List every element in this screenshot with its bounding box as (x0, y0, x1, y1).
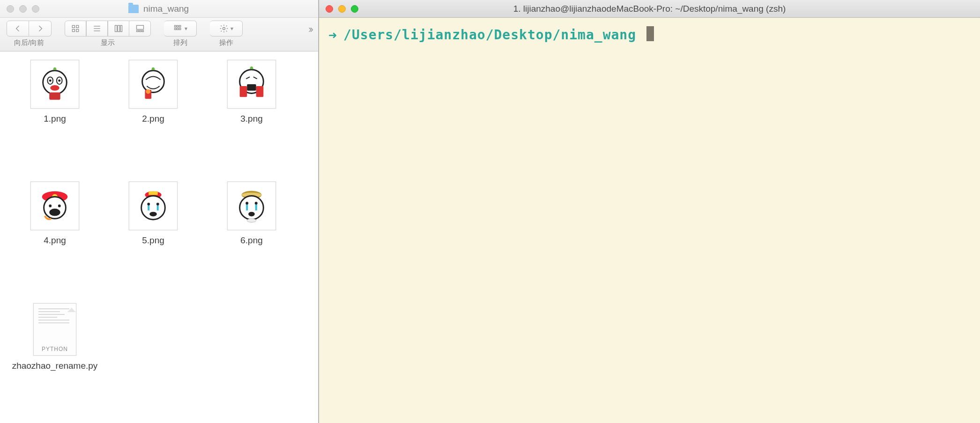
file-name: 2.png (142, 113, 164, 125)
finder-window: nima_wang 向后/向前 (0, 0, 319, 423)
svg-point-26 (50, 85, 59, 91)
image-thumbnail (227, 60, 276, 109)
svg-rect-11 (136, 30, 138, 32)
icon-view-button[interactable] (65, 21, 86, 36)
finder-titlebar: nima_wang (0, 0, 318, 18)
terminal-titlebar: 1. lijianzhao@lijianzhaodeMacBook-Pro: ~… (319, 0, 980, 18)
svg-rect-3 (76, 29, 79, 32)
image-thumbnail (129, 182, 178, 230)
terminal-traffic-lights (326, 5, 358, 13)
file-name: 5.png (142, 235, 164, 247)
column-view-button[interactable] (108, 21, 129, 36)
svg-point-58 (247, 219, 256, 222)
chevron-down-icon: ▾ (185, 25, 187, 32)
svg-point-49 (149, 212, 157, 217)
file-item[interactable]: 3.png (202, 60, 301, 182)
toolbar-overflow[interactable]: ›› (308, 21, 312, 36)
svg-point-45 (58, 204, 61, 207)
minimize-button[interactable] (338, 5, 346, 13)
svg-rect-1 (76, 25, 79, 28)
zoom-button[interactable] (32, 5, 39, 13)
image-thumbnail (30, 60, 79, 109)
svg-rect-28 (49, 93, 60, 100)
svg-point-56 (245, 202, 248, 204)
svg-rect-16 (179, 25, 180, 27)
text-cursor (646, 26, 654, 41)
gallery-view-button[interactable] (129, 21, 151, 36)
prompt-cwd: /Users/lijianzhao/Desktop/nima_wang (343, 26, 636, 44)
action-label: 操作 (219, 38, 233, 47)
view-label: 显示 (101, 38, 115, 47)
columns-icon (114, 24, 123, 33)
action-button[interactable]: ▾ (210, 21, 243, 36)
svg-point-27 (53, 67, 56, 70)
file-item[interactable]: 1.png (6, 60, 104, 182)
file-name: 4.png (44, 235, 66, 247)
svg-rect-39 (256, 86, 264, 97)
minimize-button[interactable] (19, 5, 27, 13)
image-thumbnail (129, 60, 178, 109)
svg-point-20 (223, 28, 225, 30)
terminal-body[interactable]: ➜ /Users/lijianzhao/Desktop/nima_wang (319, 18, 980, 54)
svg-point-43 (49, 209, 60, 216)
gear-icon (219, 24, 229, 33)
image-thumbnail (227, 182, 276, 230)
svg-rect-0 (72, 25, 74, 28)
arrange-group: ▾ 排列 (164, 21, 197, 47)
svg-point-55 (248, 212, 255, 217)
svg-point-21 (43, 71, 67, 95)
svg-rect-15 (177, 25, 178, 27)
terminal-window: 1. lijianzhao@lijianzhaodeMacBook-Pro: ~… (319, 0, 980, 423)
chevron-down-icon: ▾ (230, 25, 233, 32)
arrange-label: 排列 (173, 38, 187, 47)
file-item[interactable]: 6.png (202, 182, 301, 303)
svg-point-57 (255, 202, 258, 204)
svg-rect-14 (174, 25, 176, 27)
chevron-right-icon (36, 24, 45, 33)
svg-point-30 (152, 67, 155, 70)
svg-point-51 (156, 203, 159, 205)
svg-point-25 (58, 80, 60, 82)
svg-rect-8 (118, 25, 119, 31)
svg-rect-38 (240, 86, 247, 97)
folder-icon (128, 5, 139, 13)
file-item[interactable]: 2.png (104, 60, 202, 182)
svg-rect-18 (177, 28, 178, 29)
view-group: 显示 (65, 21, 151, 47)
terminal-window-title: 1. lijianzhao@lijianzhaodeMacBook-Pro: ~… (319, 4, 980, 14)
close-button[interactable] (7, 5, 14, 13)
svg-rect-34 (247, 84, 256, 91)
zoom-button[interactable] (351, 5, 358, 13)
arrange-button[interactable]: ▾ (164, 21, 197, 36)
finder-toolbar: 向后/向前 (0, 18, 318, 51)
svg-rect-17 (174, 28, 176, 29)
prompt-arrow-icon: ➜ (328, 26, 337, 45)
svg-point-44 (49, 204, 52, 207)
svg-rect-19 (179, 28, 180, 29)
gallery-icon (135, 24, 145, 33)
file-item[interactable]: PYTHON zhaozhao_rename.py (6, 303, 104, 423)
file-item[interactable]: 5.png (104, 182, 202, 303)
file-name: 6.png (240, 235, 263, 247)
close-button[interactable] (326, 5, 333, 13)
arrange-icon (173, 24, 183, 33)
forward-button[interactable] (29, 21, 52, 36)
image-thumbnail (30, 182, 79, 230)
svg-rect-10 (136, 25, 143, 29)
svg-point-32 (146, 89, 150, 94)
svg-rect-13 (142, 30, 143, 32)
list-view-button[interactable] (86, 21, 108, 36)
python-file-icon: PYTHON (33, 303, 76, 356)
file-name: 1.png (44, 113, 66, 125)
file-name: zhaozhao_rename.py (12, 360, 98, 372)
svg-rect-2 (72, 29, 74, 32)
file-item[interactable]: 4.png (6, 182, 104, 303)
finder-file-grid: 1.png 2.png 3.png 4.png 5.png (0, 51, 318, 423)
svg-rect-9 (120, 25, 122, 31)
file-name: 3.png (240, 113, 263, 125)
svg-point-37 (250, 66, 253, 69)
nav-label: 向后/向前 (14, 38, 44, 47)
back-button[interactable] (7, 21, 29, 36)
grid-icon (71, 24, 80, 33)
list-icon (92, 24, 102, 33)
